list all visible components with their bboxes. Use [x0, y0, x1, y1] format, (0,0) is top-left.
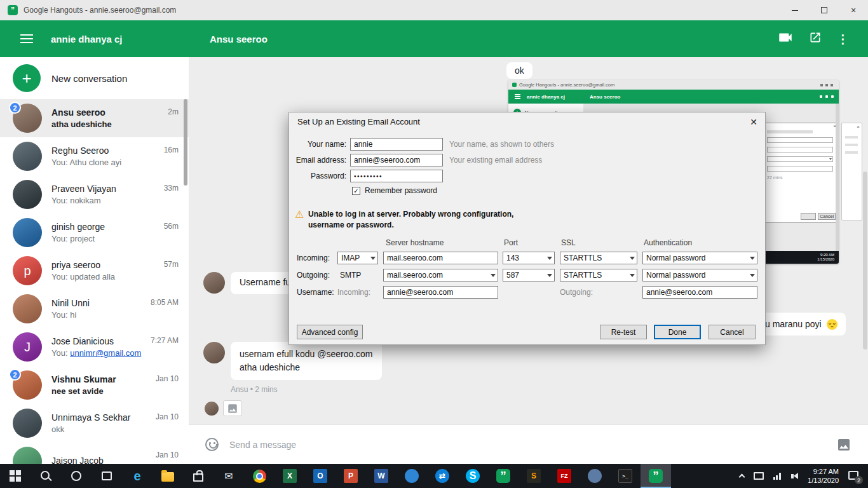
file-explorer-icon [161, 472, 174, 482]
tray-clock[interactable]: 9:27 AM 1/13/2020 [808, 467, 839, 485]
taskbar-search-icon[interactable] [31, 464, 61, 488]
tray-chevron-up-icon[interactable] [738, 474, 745, 480]
close-button[interactable]: × [839, 0, 868, 20]
tray-network-icon[interactable] [773, 473, 782, 480]
taskbar-filezilla-icon[interactable]: FZ [549, 464, 580, 488]
emoji-picker-icon[interactable] [205, 438, 219, 451]
taskbar-file-explorer-icon[interactable] [153, 464, 183, 488]
avatar: 2 [13, 104, 42, 133]
taskbar-teamviewer-icon[interactable]: ⇄ [427, 464, 458, 488]
taskbar-apps: e✉XOPW⇄S”SFZ>_” [0, 464, 671, 488]
email-link[interactable]: unnimr@gmail.com [70, 348, 141, 358]
incoming-ssl-select[interactable]: STARTTLS [560, 252, 637, 264]
window-title: Google Hangouts - annie.seeroo@gmail.com [24, 6, 176, 15]
taskbar-sublime-icon[interactable]: S [519, 464, 549, 488]
conversation-time: 7:27 AM [151, 336, 179, 345]
outgoing-auth-select[interactable]: Normal password [642, 269, 757, 281]
conversation-item[interactable]: Ninil UnniYou: hi8:05 AM [0, 290, 189, 328]
menu-icon[interactable] [20, 38, 33, 39]
taskbar-cortana-icon[interactable] [61, 464, 92, 488]
message-meta: Ansu • 2 mins [231, 385, 278, 394]
more-options-icon[interactable]: ⋮ [837, 32, 849, 46]
conversation-name: Jaison Jacob [51, 456, 151, 464]
name-field[interactable]: annie [350, 138, 443, 151]
screenshot-dialog-input [767, 137, 833, 143]
window-controls: × [780, 0, 868, 20]
username-incoming-input[interactable]: annie@seeroo.com [383, 286, 498, 299]
sidebar-scrollbar[interactable] [184, 99, 187, 186]
conversation-item[interactable]: ginish georgeYou: project56m [0, 214, 189, 252]
message-input-bar [189, 424, 868, 464]
window-titlebar: ” Google Hangouts - annie.seeroo@gmail.c… [0, 0, 868, 20]
video-call-icon[interactable] [777, 29, 794, 48]
attach-image-icon[interactable] [836, 437, 851, 452]
conversation-item[interactable]: JJose DianiciousYou: unnimr@gmail.com7:2… [0, 328, 189, 366]
taskbar-chrome-icon[interactable] [244, 464, 275, 488]
plus-icon: + [13, 64, 41, 92]
conversation-item[interactable]: Unnimaya S SekharokkJan 10 [0, 404, 189, 442]
taskbar-store-icon[interactable] [183, 464, 214, 488]
conversation-item[interactable]: Reghu SeerooYou: Athu clone ayi16m [0, 137, 189, 175]
maximize-button[interactable] [810, 0, 839, 20]
taskbar-start-icon[interactable] [0, 464, 31, 488]
avatar [13, 218, 42, 247]
warning-text: Unable to log in at server. Probably wro… [308, 209, 513, 231]
taskbar-thunderbird-icon[interactable] [397, 464, 427, 488]
hangouts-window-icon: ” [649, 469, 663, 483]
cancel-button[interactable]: Cancel [709, 325, 756, 339]
retest-button[interactable]: Re-test [600, 325, 647, 339]
email-field[interactable]: annie@seeroo.com [350, 154, 443, 166]
screenshot-window-controls [831, 84, 833, 86]
new-conversation-button[interactable]: + New conversation [0, 57, 189, 99]
conversation-item[interactable]: 2Ansu seerooatha udeshiche2m [0, 99, 189, 137]
pending-image-row [205, 400, 242, 416]
dialog-close-button[interactable]: ✕ [745, 114, 762, 130]
taskbar-skype-icon[interactable]: S [458, 464, 488, 488]
taskbar-command-prompt-icon[interactable]: >_ [610, 464, 641, 488]
incoming-auth-select[interactable]: Normal password [642, 252, 757, 264]
conversation-preview: You: project [51, 234, 159, 243]
command-prompt-icon: >_ [618, 469, 632, 483]
advanced-config-button[interactable]: Advanced config [297, 325, 363, 339]
incoming-server-input[interactable]: mail.seeroo.com [383, 252, 498, 264]
message-row: usernam efull kodu @seeroo.com atha udes… [203, 342, 382, 380]
password-field[interactable]: ••••••••• [350, 170, 443, 182]
tray-volume-icon[interactable] [791, 473, 798, 479]
conversation-item[interactable]: 2Vishnu Skumarnee set avideJan 10 [0, 366, 189, 404]
conversation-item[interactable]: ppriya seerooYou: updated alla57m [0, 252, 189, 290]
conversation-name: Vishnu Skumar [51, 374, 151, 384]
conversation-preview: okk [51, 424, 151, 434]
email-setup-dialog: Set Up an Existing Email Account ✕ Your … [288, 112, 766, 345]
conversation-time: Jan 10 [156, 374, 179, 383]
taskbar-powerpoint-icon[interactable]: P [336, 464, 366, 488]
username-outgoing-input[interactable]: annie@seeroo.com [642, 286, 757, 299]
conversation-time: 2m [168, 107, 179, 116]
minimize-button[interactable] [780, 0, 810, 20]
taskbar-excel-icon[interactable]: X [275, 464, 305, 488]
conversation-item[interactable]: Praveen VijayanYou: nokikam33m [0, 175, 189, 214]
message-input[interactable] [229, 440, 825, 450]
taskbar-photos-icon[interactable] [580, 464, 610, 488]
open-in-new-icon[interactable] [809, 31, 822, 46]
outgoing-server-select[interactable]: mail.seeroo.com [383, 269, 498, 281]
tray-monitor-icon[interactable] [754, 472, 764, 480]
taskbar-word-icon[interactable]: W [366, 464, 397, 488]
outgoing-ssl-select[interactable]: STARTTLS [560, 269, 637, 281]
conversation-preview: You: nokikam [51, 196, 159, 205]
screenshot-button [801, 213, 816, 220]
incoming-port-select[interactable]: 143 [503, 252, 555, 264]
taskbar-task-view-icon[interactable] [92, 464, 122, 488]
conversation-item[interactable]: Jaison JacobJan 10 [0, 442, 189, 464]
taskbar-edge-icon[interactable]: e [122, 464, 153, 488]
sidebar: + New conversation 2Ansu seerooatha udes… [0, 57, 189, 464]
chat-scrollbar[interactable] [863, 172, 867, 349]
done-button[interactable]: Done [654, 325, 701, 339]
taskbar-outlook-icon[interactable]: O [305, 464, 336, 488]
outgoing-port-select[interactable]: 587 [503, 269, 555, 281]
remember-password-checkbox[interactable]: ✓ [352, 187, 360, 195]
taskbar-hangouts-icon[interactable]: ” [488, 464, 519, 488]
incoming-protocol-select[interactable]: IMAP [337, 252, 378, 264]
action-center-icon[interactable]: 2 [848, 471, 860, 481]
taskbar-mail-icon[interactable]: ✉ [214, 464, 244, 488]
taskbar-hangouts-window-icon[interactable]: ” [641, 464, 671, 488]
